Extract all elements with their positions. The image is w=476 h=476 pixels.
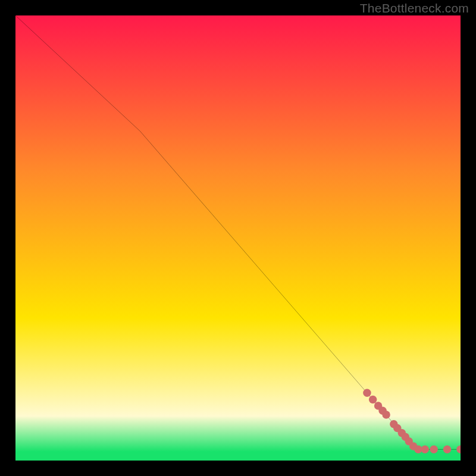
data-marker: [430, 446, 437, 453]
gradient-background: [15, 15, 461, 461]
plot-area: [15, 15, 461, 461]
chart-stage: TheBottleneck.com: [0, 0, 476, 476]
data-marker: [369, 396, 377, 403]
data-marker: [363, 389, 371, 397]
data-marker: [382, 411, 390, 418]
data-marker: [443, 446, 451, 453]
data-marker: [421, 446, 428, 453]
watermark-label: TheBottleneck.com: [360, 1, 469, 15]
chart-svg: [15, 15, 461, 461]
